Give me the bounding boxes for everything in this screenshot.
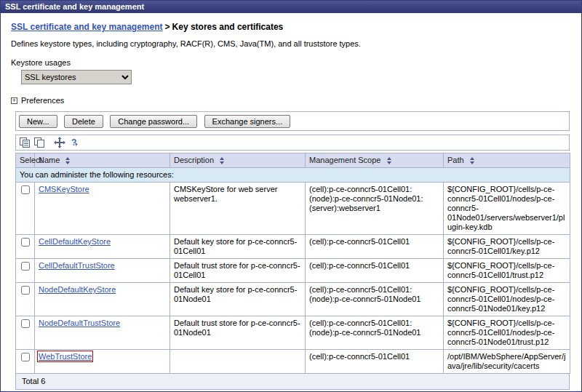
keystore-path: ${CONFIG_ROOT}/cells/p-ce-conncr5-01Cell… — [444, 316, 570, 350]
column-header-name: Name — [35, 153, 170, 168]
keystore-scope: (cell):p-ce-conncr5-01Cell01 — [306, 235, 444, 259]
keystore-description: CMSKeyStore for web server webserver1. — [170, 183, 306, 235]
window-titlebar: SSL certificate and key management — [1, 1, 581, 13]
row-select-checkbox[interactable] — [21, 353, 30, 361]
table-icon-toolbar: ? — [15, 135, 570, 151]
column-label-name: Name — [39, 156, 60, 164]
column-label-scope: Management Scope — [309, 156, 380, 164]
svg-text:?: ? — [71, 137, 76, 148]
keystore-link[interactable]: CellDefaultTrustStore — [39, 261, 115, 270]
row-select-checkbox[interactable] — [21, 262, 30, 271]
keystore-scope: (cell):p-ce-conncr5-01Cell01:(node):p-ce… — [306, 183, 444, 235]
table-header-row: Select Name Description Management Scope — [16, 153, 570, 168]
column-label-path: Path — [447, 156, 464, 164]
content-area: SSL certificate and key management>Key s… — [1, 13, 581, 390]
column-header-path: Path — [444, 153, 570, 168]
table-row: NodeDefaultTrustStore Default trust stor… — [16, 316, 570, 350]
keystore-scope: (cell):p-ce-conncr5-01Cell01 — [306, 350, 444, 374]
help-icon[interactable]: ? — [68, 137, 81, 148]
show-filter-icon[interactable] — [54, 137, 66, 148]
keystore-link[interactable]: CellDefaultKeyStore — [39, 237, 111, 246]
page-description: Defines keystore types, including crypto… — [11, 39, 573, 48]
table-row: NodeDefaultKeyStore Default key store fo… — [16, 283, 570, 316]
keystore-description: Default trust store for p-ce-conncr5-01C… — [170, 259, 306, 283]
preferences-label: Preferences — [21, 96, 64, 105]
new-button[interactable]: New... — [19, 115, 57, 128]
breadcrumb-separator: > — [163, 22, 172, 32]
page-title: Key stores and certificates — [172, 22, 284, 32]
select-all-icon[interactable] — [19, 137, 31, 148]
table-row: CellDefaultKeyStore Default key store fo… — [16, 235, 570, 259]
change-password-button[interactable]: Change password... — [110, 115, 197, 128]
table-total: Total 6 — [15, 374, 570, 390]
keystore-description: Default trust store for p-ce-conncr5-01N… — [170, 316, 306, 350]
window-title: SSL certificate and key management — [5, 2, 144, 11]
breadcrumb-parent-link[interactable]: SSL certificate and key management — [11, 22, 163, 32]
keystore-path: ${CONFIG_ROOT}/cells/p-ce-conncr5-01Cell… — [444, 283, 570, 316]
keystore-description — [170, 350, 306, 374]
sort-description-icon[interactable] — [220, 157, 224, 164]
keystore-link[interactable]: CMSKeyStore — [39, 185, 89, 193]
column-header-select: Select — [16, 153, 35, 168]
keystore-link-highlighted[interactable]: WebTrustStore — [39, 352, 92, 361]
keystore-scope: (cell):p-ce-conncr5-01Cell01:(node):p-ce… — [306, 316, 444, 350]
column-label-description: Description — [174, 156, 214, 164]
keystore-usages-label: Keystore usages — [11, 58, 573, 67]
table-caption-row: You can administer the following resourc… — [16, 168, 570, 183]
sort-path-icon[interactable] — [470, 157, 474, 164]
table-row: CellDefaultTrustStore Default trust stor… — [16, 259, 570, 283]
column-header-scope: Management Scope — [306, 153, 444, 168]
keystores-table: Select Name Description Management Scope — [15, 153, 570, 374]
table-caption: You can administer the following resourc… — [16, 168, 570, 183]
keystore-path: ${CONFIG_ROOT}/cells/p-ce-conncr5-01Cell… — [444, 259, 570, 283]
keystore-scope: (cell):p-ce-conncr5-01Cell01:(node):p-ce… — [306, 283, 444, 316]
keystore-description: Default key store for p-ce-conncr5-01Nod… — [170, 283, 306, 316]
sort-scope-icon[interactable] — [387, 157, 391, 164]
row-select-checkbox[interactable] — [21, 319, 30, 328]
exchange-signers-button[interactable]: Exchange signers... — [204, 115, 291, 128]
preferences-expand-icon[interactable]: + — [11, 97, 17, 104]
keystore-path: ${CONFIG_ROOT}/cells/p-ce-conncr5-01Cell… — [444, 183, 570, 235]
breadcrumb: SSL certificate and key management>Key s… — [11, 22, 573, 32]
admin-console-page: SSL certificate and key management SSL c… — [0, 0, 582, 392]
row-select-checkbox[interactable] — [21, 286, 30, 295]
table-row: CMSKeyStore CMSKeyStore for web server w… — [16, 183, 570, 235]
keystore-description: Default key store for p-ce-conncr5-01Cel… — [170, 235, 306, 259]
keystore-scope: (cell):p-ce-conncr5-01Cell01 — [306, 259, 444, 283]
keystore-link[interactable]: NodeDefaultTrustStore — [39, 319, 120, 327]
keystore-usages-select[interactable]: SSL keystores — [21, 70, 132, 84]
row-select-checkbox[interactable] — [21, 185, 30, 194]
keystore-link[interactable]: NodeDefaultKeyStore — [39, 285, 116, 294]
deselect-all-icon[interactable] — [33, 137, 46, 148]
column-header-description: Description — [170, 153, 306, 168]
action-button-bar: New... Delete Change password... Exchang… — [15, 111, 570, 131]
keystore-path: /opt/IBM/WebSphere/AppServer/java/jre/li… — [444, 350, 570, 374]
keystore-path: ${CONFIG_ROOT}/cells/p-ce-conncr5-01Cell… — [444, 235, 570, 259]
row-select-checkbox[interactable] — [21, 238, 30, 247]
preferences-section: + Preferences — [11, 96, 573, 105]
table-row: WebTrustStore (cell):p-ce-conncr5-01Cell… — [16, 350, 570, 374]
sort-name-icon[interactable] — [65, 157, 70, 164]
delete-button[interactable]: Delete — [64, 115, 103, 128]
